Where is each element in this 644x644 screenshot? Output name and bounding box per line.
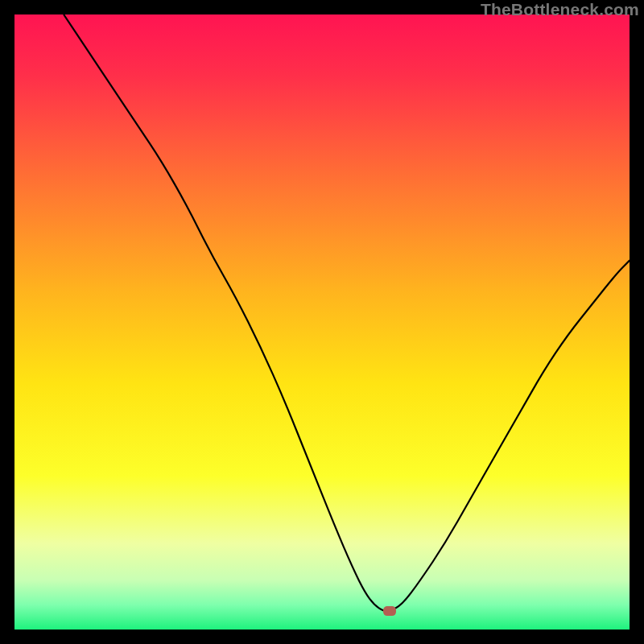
minimum-marker xyxy=(383,606,396,616)
chart-frame: TheBottleneck.com xyxy=(0,0,644,644)
chart-background xyxy=(14,14,630,630)
chart-plot xyxy=(14,14,630,630)
watermark-text: TheBottleneck.com xyxy=(481,0,639,19)
